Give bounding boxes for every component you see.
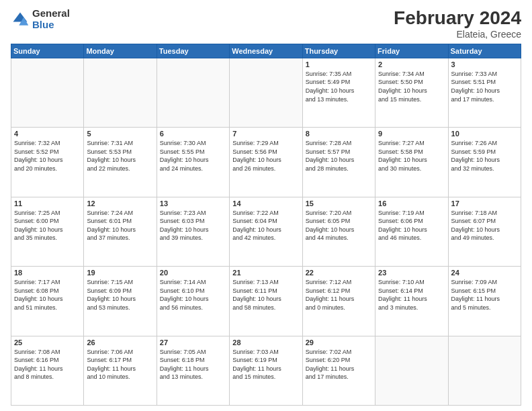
day-info: Sunrise: 7:24 AM Sunset: 6:01 PM Dayligh… [87,209,153,242]
weekday-tuesday: Tuesday [157,44,229,58]
calendar-cell: 7Sunrise: 7:29 AM Sunset: 5:56 PM Daylig… [230,128,302,197]
day-info: Sunrise: 7:31 AM Sunset: 5:53 PM Dayligh… [87,139,153,173]
week-row-0: 1Sunrise: 7:35 AM Sunset: 5:49 PM Daylig… [11,58,521,127]
weekday-saturday: Saturday [448,44,521,58]
calendar-cell: 20Sunrise: 7:14 AM Sunset: 6:10 PM Dayli… [157,267,229,336]
day-info: Sunrise: 7:17 AM Sunset: 6:08 PM Dayligh… [14,278,81,312]
day-number: 22 [306,269,372,277]
day-info: Sunrise: 7:03 AM Sunset: 6:19 PM Dayligh… [232,348,299,381]
weekday-wednesday: Wednesday [230,44,302,58]
day-info: Sunrise: 7:18 AM Sunset: 6:07 PM Dayligh… [451,209,518,242]
calendar-title: February 2024 [394,8,521,29]
weekday-row: SundayMondayTuesdayWednesdayThursdayFrid… [11,44,521,58]
day-number: 27 [160,338,226,347]
calendar-subtitle: Elateia, Greece [394,29,521,40]
weekday-monday: Monday [84,44,157,58]
week-row-3: 18Sunrise: 7:17 AM Sunset: 6:08 PM Dayli… [11,267,521,336]
week-row-4: 25Sunrise: 7:08 AM Sunset: 6:16 PM Dayli… [11,336,521,405]
day-info: Sunrise: 7:02 AM Sunset: 6:20 PM Dayligh… [306,348,372,381]
day-number: 15 [306,199,372,208]
calendar-cell: 25Sunrise: 7:08 AM Sunset: 6:16 PM Dayli… [11,336,84,405]
day-number: 5 [87,130,153,138]
calendar-body: 1Sunrise: 7:35 AM Sunset: 5:49 PM Daylig… [11,58,521,405]
day-number: 26 [87,338,153,347]
calendar-cell: 13Sunrise: 7:23 AM Sunset: 6:03 PM Dayli… [157,197,229,266]
day-info: Sunrise: 7:23 AM Sunset: 6:03 PM Dayligh… [160,209,226,242]
logo: General Blue [11,8,70,30]
day-number: 28 [232,338,299,347]
calendar-cell: 28Sunrise: 7:03 AM Sunset: 6:19 PM Dayli… [230,336,302,405]
calendar-cell: 2Sunrise: 7:34 AM Sunset: 5:50 PM Daylig… [375,58,448,127]
calendar-cell: 19Sunrise: 7:15 AM Sunset: 6:09 PM Dayli… [84,267,157,336]
calendar-cell: 5Sunrise: 7:31 AM Sunset: 5:53 PM Daylig… [84,128,157,197]
calendar-cell: 10Sunrise: 7:26 AM Sunset: 5:59 PM Dayli… [448,128,521,197]
calendar-cell [11,58,84,127]
calendar-cell: 4Sunrise: 7:32 AM Sunset: 5:52 PM Daylig… [11,128,84,197]
day-info: Sunrise: 7:32 AM Sunset: 5:52 PM Dayligh… [14,139,81,173]
day-number: 16 [378,199,445,208]
logo-line1: General [32,8,70,19]
calendar-cell [157,58,229,127]
calendar-cell: 14Sunrise: 7:22 AM Sunset: 6:04 PM Dayli… [230,197,302,266]
calendar-cell: 1Sunrise: 7:35 AM Sunset: 5:49 PM Daylig… [302,58,375,127]
day-number: 25 [14,338,81,347]
day-info: Sunrise: 7:22 AM Sunset: 6:04 PM Dayligh… [232,209,299,242]
week-row-1: 4Sunrise: 7:32 AM Sunset: 5:52 PM Daylig… [11,128,521,197]
day-number: 10 [451,130,518,138]
calendar-cell: 3Sunrise: 7:33 AM Sunset: 5:51 PM Daylig… [448,58,521,127]
day-number: 11 [14,199,81,208]
calendar-cell: 18Sunrise: 7:17 AM Sunset: 6:08 PM Dayli… [11,267,84,336]
day-info: Sunrise: 7:13 AM Sunset: 6:11 PM Dayligh… [232,278,299,312]
weekday-thursday: Thursday [302,44,375,58]
calendar-cell: 16Sunrise: 7:19 AM Sunset: 6:06 PM Dayli… [375,197,448,266]
day-info: Sunrise: 7:09 AM Sunset: 6:15 PM Dayligh… [451,278,518,312]
calendar-cell: 23Sunrise: 7:10 AM Sunset: 6:14 PM Dayli… [375,267,448,336]
calendar-cell: 9Sunrise: 7:27 AM Sunset: 5:58 PM Daylig… [375,128,448,197]
day-info: Sunrise: 7:05 AM Sunset: 6:18 PM Dayligh… [160,348,226,381]
day-number: 17 [451,199,518,208]
day-number: 18 [14,269,81,277]
calendar-cell: 17Sunrise: 7:18 AM Sunset: 6:07 PM Dayli… [448,197,521,266]
logo-line2: Blue [32,19,70,31]
calendar-table: SundayMondayTuesdayWednesdayThursdayFrid… [11,44,521,406]
day-info: Sunrise: 7:06 AM Sunset: 6:17 PM Dayligh… [87,348,153,381]
day-info: Sunrise: 7:29 AM Sunset: 5:56 PM Dayligh… [232,139,299,173]
calendar-cell: 26Sunrise: 7:06 AM Sunset: 6:17 PM Dayli… [84,336,157,405]
day-number: 7 [232,130,299,138]
week-row-2: 11Sunrise: 7:25 AM Sunset: 6:00 PM Dayli… [11,197,521,266]
calendar-cell: 29Sunrise: 7:02 AM Sunset: 6:20 PM Dayli… [302,336,375,405]
calendar-cell [230,58,302,127]
weekday-sunday: Sunday [11,44,84,58]
calendar-cell: 15Sunrise: 7:20 AM Sunset: 6:05 PM Dayli… [302,197,375,266]
page: General Blue February 2024 Elateia, Gree… [0,0,532,411]
day-info: Sunrise: 7:15 AM Sunset: 6:09 PM Dayligh… [87,278,153,312]
day-info: Sunrise: 7:12 AM Sunset: 6:12 PM Dayligh… [306,278,372,312]
day-info: Sunrise: 7:10 AM Sunset: 6:14 PM Dayligh… [378,278,445,312]
day-number: 12 [87,199,153,208]
calendar-cell: 11Sunrise: 7:25 AM Sunset: 6:00 PM Dayli… [11,197,84,266]
day-info: Sunrise: 7:27 AM Sunset: 5:58 PM Dayligh… [378,139,445,173]
day-info: Sunrise: 7:34 AM Sunset: 5:50 PM Dayligh… [378,70,445,103]
day-number: 24 [451,269,518,277]
header: General Blue February 2024 Elateia, Gree… [11,8,521,40]
day-info: Sunrise: 7:20 AM Sunset: 6:05 PM Dayligh… [306,209,372,242]
day-number: 1 [306,60,372,68]
calendar-cell: 22Sunrise: 7:12 AM Sunset: 6:12 PM Dayli… [302,267,375,336]
day-number: 4 [14,130,81,138]
calendar-cell [375,336,448,405]
day-number: 21 [232,269,299,277]
day-info: Sunrise: 7:14 AM Sunset: 6:10 PM Dayligh… [160,278,226,312]
calendar-cell: 21Sunrise: 7:13 AM Sunset: 6:11 PM Dayli… [230,267,302,336]
day-info: Sunrise: 7:25 AM Sunset: 6:00 PM Dayligh… [14,209,81,242]
logo-icon [11,10,30,29]
day-info: Sunrise: 7:28 AM Sunset: 5:57 PM Dayligh… [306,139,372,173]
day-number: 8 [306,130,372,138]
day-number: 14 [232,199,299,208]
calendar-cell [84,58,157,127]
calendar-cell: 24Sunrise: 7:09 AM Sunset: 6:15 PM Dayli… [448,267,521,336]
day-info: Sunrise: 7:08 AM Sunset: 6:16 PM Dayligh… [14,348,81,381]
day-number: 13 [160,199,226,208]
title-block: February 2024 Elateia, Greece [394,8,521,40]
logo-text: General Blue [32,8,70,30]
day-info: Sunrise: 7:30 AM Sunset: 5:55 PM Dayligh… [160,139,226,173]
